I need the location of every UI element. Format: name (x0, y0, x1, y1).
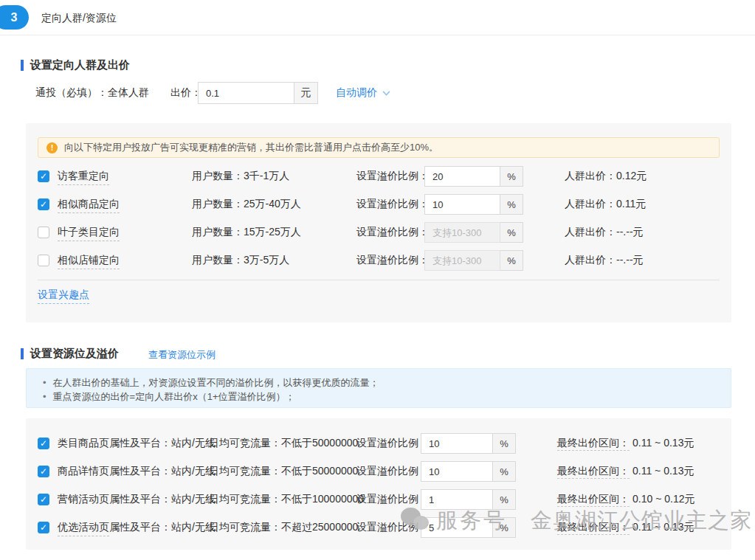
premium-input[interactable] (421, 461, 493, 482)
resource-row-item-detail-page: 商品详情页 属性及平台：站内/无线 日均可竞流量：不低于50000000 设置溢… (26, 457, 731, 485)
warning-icon: ! (46, 142, 58, 153)
page-title: 定向人群/资源位 (41, 12, 117, 25)
resource-section-title: 设置资源位及溢价 查看资源位示例 (21, 347, 119, 361)
final-bid-label: 最终出价区间： (557, 465, 630, 479)
bid-input[interactable] (198, 82, 294, 104)
premium-label: 设置溢价比例： (356, 437, 429, 450)
step-header: 3 定向人群/资源位 (0, 0, 755, 35)
final-bid-value: 0.11 ~ 0.13元 (632, 465, 694, 477)
bid-input-group: 元 (198, 82, 318, 104)
premium-input-group: % (424, 222, 523, 243)
audience-panel: ! 向以下特定用户投放广告可实现更精准的营销，其出价需比普通用户点击价高至少10… (26, 123, 731, 322)
premium-input-group: % (421, 433, 516, 454)
final-bid-range: 最终出价区间：0.11 ~ 0.13元 (557, 465, 694, 478)
section-bar (21, 348, 24, 359)
percent-addon: % (493, 461, 516, 482)
user-count: 用户数量：3千-1万人 (192, 170, 289, 183)
premium-label: 设置溢价比例： (356, 198, 429, 211)
resource-row-marketing-page: 营销活动页 属性及平台：站内/无线 日均可竞流量：不低于100000000 设置… (26, 485, 731, 514)
checkbox[interactable] (38, 227, 49, 238)
tip-text: 重点资源位的出价=定向人群出价x（1+位置溢价比例）； (53, 390, 295, 404)
final-bid-range: 最终出价区间：0.11 ~ 0.13元 (557, 521, 694, 534)
audience-row-visitor: 访客重定向 用户数量：3千-1万人 设置溢价比例： % 人群出价：0.12元 (26, 162, 731, 190)
premium-input[interactable] (421, 433, 493, 454)
percent-addon: % (500, 250, 523, 271)
tip-text: 在人群出价的基础上，对资源位设置不同的溢价比例，以获得更优质的流量； (53, 376, 379, 390)
audience-row-similar-item: 相似商品定向 用户数量：25万-40万人 设置溢价比例： % 人群出价：0.11… (26, 190, 731, 218)
premium-input[interactable] (424, 250, 500, 271)
premium-label: 设置溢价比例： (356, 465, 429, 478)
step-number-badge: 3 (0, 5, 29, 30)
checkbox[interactable] (38, 198, 49, 210)
premium-input-group: % (421, 461, 516, 482)
step-number: 3 (11, 11, 18, 24)
checkbox[interactable] (38, 494, 49, 505)
set-interest-link[interactable]: 设置兴趣点 (38, 288, 89, 304)
premium-input-group: % (424, 250, 523, 271)
platform-info: 属性及平台：站内/无线 (109, 521, 216, 534)
audience-name: 相似商品定向 (58, 198, 120, 213)
tip-line: • 在人群出价的基础上，对资源位设置不同的溢价比例，以获得更优质的流量； (43, 376, 731, 390)
checkbox[interactable] (38, 255, 49, 266)
resource-name: 商品详情页 (58, 465, 109, 478)
base-audience-label: 通投（必填）：全体人群 (35, 86, 149, 100)
audience-section-title-text: 设置定向人群及出价 (30, 58, 130, 72)
resource-panel: 类目商品页 属性及平台：站内/无线 日均可竞流量：不低于50000000 设置溢… (26, 418, 731, 550)
premium-input-group: % (421, 489, 516, 510)
resource-name: 营销活动页 (58, 493, 109, 506)
bullet-icon: • (43, 376, 46, 390)
user-count: 用户数量：25万-40万人 (192, 198, 301, 211)
premium-input[interactable] (424, 222, 500, 243)
premium-input-group: % (421, 517, 516, 538)
premium-input-group: % (424, 166, 523, 187)
checkbox[interactable] (38, 466, 49, 477)
final-bid-value: 0.10 ~ 0.12元 (632, 493, 694, 505)
platform-info: 属性及平台：站内/无线 (109, 465, 216, 478)
auto-bid-link[interactable]: 自动调价 (336, 86, 390, 100)
resource-example-link[interactable]: 查看资源位示例 (148, 348, 216, 362)
premium-input[interactable] (424, 166, 500, 187)
audience-section-title: 设置定向人群及出价 (21, 58, 130, 72)
audience-bid: 人群出价：--.--元 (565, 226, 644, 239)
chevron-down-icon (382, 91, 390, 96)
premium-input-group: % (424, 194, 523, 215)
premium-label: 设置溢价比例： (356, 170, 429, 183)
user-count: 用户数量：3万-5万人 (192, 254, 289, 267)
audience-name: 叶子类目定向 (58, 226, 120, 241)
checkbox[interactable] (38, 170, 49, 182)
final-bid-range: 最终出价区间：0.10 ~ 0.12元 (557, 493, 694, 506)
warning-banner: ! 向以下特定用户投放广告可实现更精准的营销，其出价需比普通用户点击价高至少10… (38, 137, 720, 158)
premium-label: 设置溢价比例： (356, 493, 429, 506)
user-count: 用户数量：15万-25万人 (192, 226, 301, 239)
percent-addon: % (500, 166, 523, 187)
premium-label: 设置溢价比例： (356, 254, 429, 267)
auto-bid-label: 自动调价 (336, 86, 377, 100)
resource-name: 类目商品页 (58, 437, 109, 450)
traffic-info: 日均可竞流量：不低于100000000 (209, 493, 364, 506)
final-bid-value: 0.11 ~ 0.13元 (632, 521, 694, 533)
traffic-info: 日均可竞流量：不低于50000000 (209, 465, 358, 478)
audience-row-similar-shop: 相似店铺定向 用户数量：3万-5万人 设置溢价比例： % 人群出价：--.--元 (26, 246, 731, 274)
audience-name: 访客重定向 (58, 170, 109, 185)
premium-input[interactable] (421, 489, 493, 510)
tip-line: • 重点资源位的出价=定向人群出价x（1+位置溢价比例）； (43, 390, 731, 404)
resource-section-title-text: 设置资源位及溢价 (30, 347, 119, 361)
checkbox[interactable] (38, 522, 49, 533)
resource-name: 优选活动页 (58, 521, 109, 536)
checkbox[interactable] (38, 438, 49, 449)
percent-addon: % (493, 433, 516, 454)
traffic-info: 日均可竞流量：不低于50000000 (209, 437, 358, 450)
bullet-icon: • (43, 390, 46, 404)
resource-row-preferred-page: 优选活动页 属性及平台：站内/无线 日均可竞流量：不超过25000000 设置溢… (26, 514, 731, 542)
premium-label: 设置溢价比例： (356, 521, 429, 534)
bid-unit-addon: 元 (294, 82, 318, 104)
platform-info: 属性及平台：站内/无线 (109, 493, 216, 506)
percent-addon: % (493, 489, 516, 510)
audience-bid: 人群出价：0.11元 (565, 198, 646, 211)
final-bid-value: 0.11 ~ 0.13元 (632, 437, 694, 449)
base-bid-row: 通投（必填）：全体人群 出价： 元 自动调价 (0, 78, 755, 108)
premium-input[interactable] (421, 517, 493, 538)
audience-bid: 人群出价：0.12元 (565, 170, 647, 183)
audience-row-leaf-category: 叶子类目定向 用户数量：15万-25万人 设置溢价比例： % 人群出价：--.-… (26, 218, 731, 246)
premium-input[interactable] (424, 194, 500, 215)
